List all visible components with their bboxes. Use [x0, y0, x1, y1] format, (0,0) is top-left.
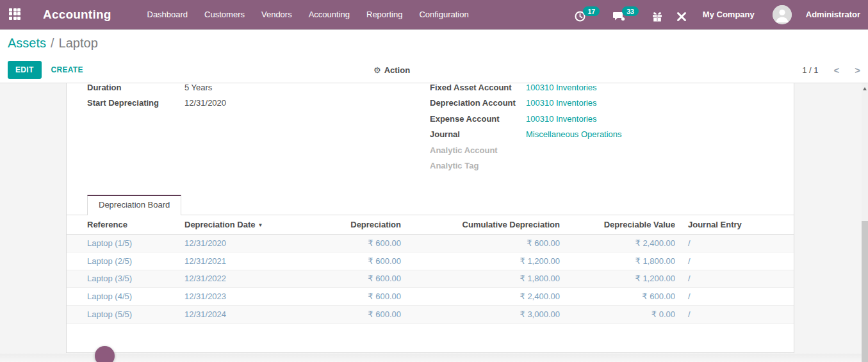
cell-cumulative: ₹ 600.00: [409, 234, 568, 252]
field-row: Fixed Asset Account100310 Inventories: [430, 83, 622, 95]
nav-menu-item-vendors[interactable]: Vendors: [261, 10, 292, 19]
field-row: Depreciation Account100310 Inventories: [430, 95, 622, 111]
column-header-cumulative-depreciation[interactable]: Cumulative Depreciation: [409, 215, 568, 234]
activities-button[interactable]: 17: [574, 6, 600, 22]
person-icon: [773, 5, 792, 24]
field-label: Analytic Account: [430, 143, 526, 158]
cell-journal: /: [683, 288, 794, 306]
messages-badge: 33: [622, 6, 639, 16]
field-label: Expense Account: [430, 111, 526, 127]
cell-journal: /: [683, 306, 794, 324]
breadcrumb-assets-link[interactable]: Assets: [8, 36, 46, 51]
systray: 17 33 My Company: [574, 5, 860, 24]
field-label: Journal: [430, 127, 526, 142]
table-row[interactable]: Laptop (1/5)12/31/2020₹ 600.00₹ 600.00₹ …: [67, 234, 794, 252]
field-row: Duration5 Years: [87, 83, 226, 95]
column-header-depreciation-date[interactable]: Depreciation Date▼: [184, 215, 283, 234]
depreciation-table: ReferenceDepreciation Date▼DepreciationC…: [67, 215, 794, 324]
field-row: Analytic Account: [430, 143, 622, 158]
apps-grid-icon[interactable]: [9, 8, 22, 21]
create-button[interactable]: CREATE: [51, 65, 83, 74]
gift-button[interactable]: [651, 7, 663, 22]
pager-value: 1 / 1: [802, 65, 818, 75]
cell-reference: Laptop (5/5): [67, 306, 184, 324]
tab-depreciation-board[interactable]: Depreciation Board: [87, 195, 181, 215]
pager-next-icon[interactable]: >: [855, 65, 860, 75]
cell-cumulative: ₹ 2,400.00: [409, 288, 568, 306]
tools-button[interactable]: [676, 7, 687, 22]
form-view-content: Duration5 YearsStart Depreciating12/31/2…: [0, 83, 868, 362]
nav-menu-item-dashboard[interactable]: Dashboard: [147, 10, 188, 19]
breadcrumb-separator: /: [51, 36, 54, 51]
cell-depreciation: ₹ 600.00: [283, 252, 409, 270]
field-value: 5 Years: [184, 83, 212, 95]
cell-reference: Laptop (2/5): [67, 252, 184, 270]
cell-journal: /: [683, 270, 794, 288]
table-header-row: ReferenceDepreciation Date▼DepreciationC…: [67, 215, 794, 234]
livechat-launcher-button[interactable]: [95, 346, 115, 362]
table-row[interactable]: Laptop (4/5)12/31/2023₹ 600.00₹ 2,400.00…: [67, 288, 794, 306]
cell-date: 12/31/2020: [184, 234, 283, 252]
messages-button[interactable]: 33: [612, 6, 639, 22]
cell-date: 12/31/2023: [184, 288, 283, 306]
column-header-reference[interactable]: Reference: [67, 215, 184, 234]
user-avatar[interactable]: [773, 5, 792, 24]
column-header-depreciation[interactable]: Depreciation: [283, 215, 409, 234]
field-value: 12/31/2020: [184, 95, 226, 111]
user-menu[interactable]: Administrator: [806, 10, 860, 19]
field-value[interactable]: 100310 Inventories: [526, 111, 597, 127]
nav-menu-item-accounting[interactable]: Accounting: [309, 10, 350, 19]
column-header-depreciable-value[interactable]: Depreciable Value: [568, 215, 683, 234]
control-panel-buttons: EDIT CREATE ⚙ Action 1 / 1 < >: [0, 57, 868, 83]
cell-depreciable: ₹ 2,400.00: [568, 234, 683, 252]
form-fields-right: Fixed Asset Account100310 InventoriesDep…: [430, 83, 622, 174]
cell-depreciation: ₹ 600.00: [283, 306, 409, 324]
field-value[interactable]: 100310 Inventories: [526, 83, 597, 95]
control-panel: Assets / Laptop EDIT CREATE ⚙ Action 1 /…: [0, 29, 868, 83]
top-navbar: Accounting DashboardCustomersVendorsAcco…: [0, 0, 868, 29]
tools-icon: [676, 11, 687, 22]
cell-cumulative: ₹ 3,000.00: [409, 306, 568, 324]
vertical-scrollbar[interactable]: [862, 83, 868, 362]
cell-date: 12/31/2024: [184, 306, 283, 324]
field-label: Start Depreciating: [87, 95, 184, 111]
table-row[interactable]: Laptop (2/5)12/31/2021₹ 600.00₹ 1,200.00…: [67, 252, 794, 270]
field-row: JournalMiscellaneous Operations: [430, 127, 622, 142]
cell-cumulative: ₹ 1,200.00: [409, 252, 568, 270]
cell-reference: Laptop (4/5): [67, 288, 184, 306]
gear-icon: ⚙: [373, 65, 381, 75]
cell-reference: Laptop (1/5): [67, 234, 184, 252]
scrollbar-thumb[interactable]: [862, 221, 868, 362]
cell-depreciable: ₹ 1,800.00: [568, 252, 683, 270]
asset-form-sheet: Duration5 YearsStart Depreciating12/31/2…: [66, 83, 794, 353]
table-row[interactable]: Laptop (3/5)12/31/2022₹ 600.00₹ 1,800.00…: [67, 270, 794, 288]
field-value[interactable]: Miscellaneous Operations: [526, 127, 622, 142]
pager-previous-icon[interactable]: <: [833, 65, 839, 75]
column-header-journal-entry[interactable]: Journal Entry: [683, 215, 794, 234]
cell-date: 12/31/2021: [184, 252, 283, 270]
scroll-up-icon[interactable]: [863, 87, 867, 90]
nav-menu-item-customers[interactable]: Customers: [204, 10, 245, 19]
nav-menu-item-configuration[interactable]: Configuration: [419, 10, 468, 19]
action-label: Action: [384, 65, 410, 75]
company-switcher[interactable]: My Company: [703, 10, 755, 19]
field-row: Expense Account100310 Inventories: [430, 111, 622, 127]
edit-button[interactable]: EDIT: [8, 61, 42, 79]
cell-cumulative: ₹ 1,800.00: [409, 270, 568, 288]
field-label: Duration: [87, 83, 184, 95]
cell-reference: Laptop (3/5): [67, 270, 184, 288]
action-menu-button[interactable]: ⚙ Action: [373, 65, 410, 75]
nav-menu-item-reporting[interactable]: Reporting: [366, 10, 402, 19]
field-row: Analytic Tag: [430, 158, 622, 174]
field-value[interactable]: 100310 Inventories: [526, 95, 597, 111]
form-fields-left: Duration5 YearsStart Depreciating12/31/2…: [87, 83, 226, 111]
nav-menu: DashboardCustomersVendorsAccountingRepor…: [147, 10, 469, 19]
cell-depreciation: ₹ 600.00: [283, 234, 409, 252]
gift-icon: [651, 10, 663, 22]
table-row[interactable]: Laptop (5/5)12/31/2024₹ 600.00₹ 3,000.00…: [67, 306, 794, 324]
cell-depreciation: ₹ 600.00: [283, 270, 409, 288]
sort-desc-icon: ▼: [258, 222, 263, 228]
cell-depreciable: ₹ 1,200.00: [568, 270, 683, 288]
field-label: Fixed Asset Account: [430, 83, 526, 95]
activities-badge: 17: [583, 6, 600, 16]
